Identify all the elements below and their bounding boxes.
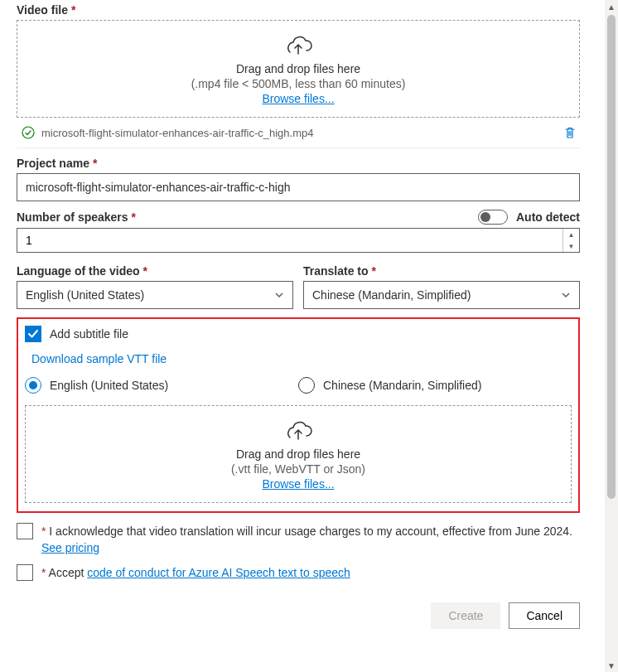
- scroll-down-arrow-icon[interactable]: ▼: [605, 659, 618, 672]
- ack-charges-text: I acknowledge that video translation wil…: [46, 525, 572, 538]
- ack-conduct-row: * Accept code of conduct for Azure AI Sp…: [17, 564, 580, 581]
- subtitle-radio-chinese-label: Chinese (Mandarin, Simplified): [323, 379, 481, 392]
- subtitle-dz-text2: (.vtt file, WebVTT or Json): [231, 462, 365, 476]
- lang-source-label: Language of the video*: [17, 264, 293, 278]
- cancel-button[interactable]: Cancel: [509, 602, 580, 629]
- speakers-down-icon[interactable]: ▼: [563, 240, 579, 252]
- download-vtt-link[interactable]: Download sample VTT file: [31, 352, 167, 365]
- subtitle-browse-link[interactable]: Browse files...: [262, 477, 334, 491]
- chevron-down-icon: [561, 290, 571, 300]
- create-button[interactable]: Create: [431, 602, 500, 629]
- lang-source-select[interactable]: English (United States): [17, 281, 293, 309]
- video-dropzone[interactable]: Drag and drop files here (.mp4 file < 50…: [17, 20, 580, 118]
- ack-charges-checkbox[interactable]: [17, 523, 33, 539]
- subtitle-section-highlight: Add subtitle file Download sample VTT fi…: [17, 317, 580, 513]
- lang-target-value: Chinese (Mandarin, Simplified): [312, 288, 471, 302]
- speakers-up-icon[interactable]: ▲: [563, 229, 579, 240]
- speakers-spinbox[interactable]: ▲ ▼: [17, 228, 580, 253]
- radio-icon: [298, 377, 315, 394]
- video-dz-text2: (.mp4 file < 500MB, less than 60 minutes…: [191, 77, 406, 90]
- project-name-input[interactable]: [17, 173, 580, 201]
- chevron-down-icon: [274, 290, 284, 300]
- ack-conduct-text: Accept: [46, 566, 87, 579]
- see-pricing-link[interactable]: See pricing: [41, 541, 99, 554]
- video-file-label: Video file*: [17, 3, 580, 17]
- lang-target-select[interactable]: Chinese (Mandarin, Simplified): [303, 281, 580, 309]
- project-name-label: Project name*: [17, 157, 580, 170]
- ack-conduct-checkbox[interactable]: [17, 564, 33, 581]
- subtitle-dropzone[interactable]: Drag and drop files here (.vtt file, Web…: [25, 405, 572, 503]
- form-content: Video file* Drag and drop files here (.m…: [0, 3, 596, 645]
- scroll-up-arrow-icon[interactable]: ▲: [605, 0, 618, 13]
- auto-detect-toggle[interactable]: [478, 210, 508, 225]
- lang-target-label: Translate to*: [303, 264, 580, 278]
- speakers-label: Number of speakers*: [17, 210, 136, 224]
- cloud-upload-icon: [283, 34, 313, 57]
- subtitle-radio-chinese[interactable]: Chinese (Mandarin, Simplified): [298, 377, 572, 394]
- vertical-scrollbar[interactable]: ▲ ▼: [605, 0, 618, 672]
- add-subtitle-checkbox[interactable]: [25, 326, 41, 342]
- scroll-thumb[interactable]: [607, 15, 616, 499]
- svg-point-0: [22, 127, 34, 138]
- success-check-icon: [22, 126, 35, 139]
- delete-file-icon[interactable]: [563, 126, 577, 139]
- ack-charges-row: * I acknowledge that video translation w…: [17, 523, 580, 539]
- subtitle-radio-english-label: English (United States): [50, 379, 168, 392]
- speakers-input[interactable]: [17, 229, 562, 252]
- subtitle-radio-english[interactable]: English (United States): [25, 377, 298, 394]
- radio-icon: [25, 377, 41, 394]
- video-browse-link[interactable]: Browse files...: [262, 92, 334, 105]
- subtitle-dz-text1: Drag and drop files here: [236, 447, 360, 461]
- uploaded-file-row: microsoft-flight-simulator-enhances-air-…: [17, 119, 580, 148]
- add-subtitle-label: Add subtitle file: [50, 327, 128, 341]
- cloud-upload-icon: [283, 419, 313, 442]
- uploaded-file-name: microsoft-flight-simulator-enhances-air-…: [41, 127, 563, 139]
- video-dz-text1: Drag and drop files here: [236, 62, 360, 75]
- lang-source-value: English (United States): [26, 288, 144, 302]
- auto-detect-label: Auto detect: [516, 210, 580, 224]
- code-of-conduct-link[interactable]: code of conduct for Azure AI Speech text…: [87, 566, 350, 579]
- dialog-footer: Create Cancel: [17, 602, 580, 629]
